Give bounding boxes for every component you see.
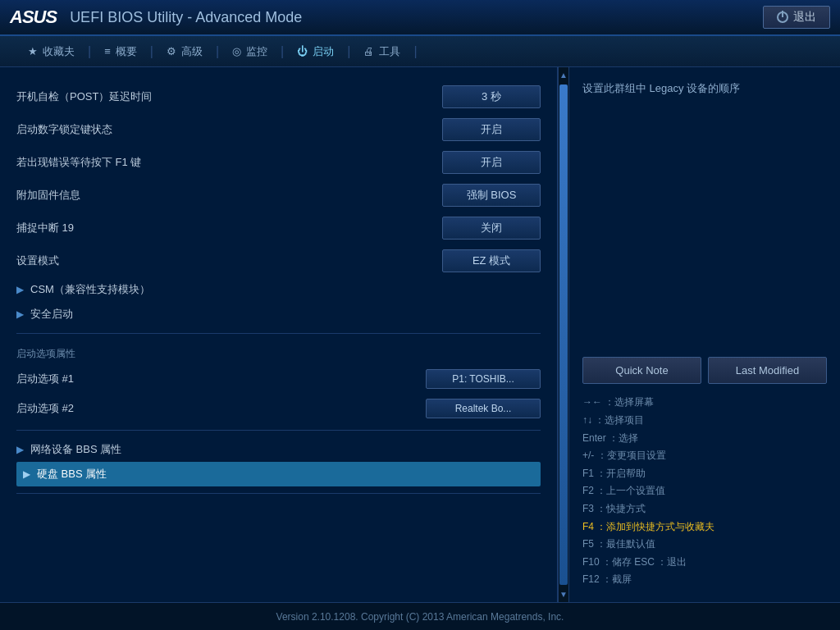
nav-label-overview: 概要 <box>116 44 137 59</box>
hint-f5: F5 ：最佳默认值 <box>582 536 827 554</box>
value-post-delay[interactable]: 3 秒 <box>442 85 541 108</box>
last-modified-button[interactable]: Last Modified <box>708 357 827 384</box>
setting-row-numlock: 启动数字锁定键状态 开启 <box>16 113 541 146</box>
right-panel: 设置此群组中 Legacy 设备的顺序 Quick Note Last Modi… <box>569 67 840 602</box>
label-csm: CSM（兼容性支持模块） <box>30 282 150 297</box>
hint-key-plusminus: +/- ：变更项目设置 <box>582 450 666 461</box>
nav-item-tools[interactable]: 🖨 工具 <box>352 36 412 66</box>
nav-item-advanced[interactable]: ⚙ 高级 <box>155 36 214 66</box>
label-f1-wait: 若出现错误等待按下 F1 键 <box>16 155 442 170</box>
setting-row-firmware-info: 附加固件信息 强制 BIOS <box>16 179 541 212</box>
nav-item-monitor[interactable]: ◎ 监控 <box>221 36 279 66</box>
gear-icon: ⚙ <box>167 45 176 57</box>
keyboard-hints: →← ：选择屏幕 ↑↓ ：选择项目 Enter ：选择 +/- ：变更项目设置 … <box>582 394 827 589</box>
hint-enter: Enter ：选择 <box>582 430 827 448</box>
sub-item-secure-boot[interactable]: ▶ 安全启动 <box>16 302 541 326</box>
nav-sep-4: | <box>279 44 285 59</box>
power-icon <box>777 11 788 23</box>
label-numlock: 启动数字锁定键状态 <box>16 122 442 137</box>
label-hdd-bbs: 硬盘 BBS 属性 <box>37 467 107 482</box>
hint-f12: F12 ：截屏 <box>582 571 827 589</box>
value-boot2[interactable]: Realtek Bo... <box>426 399 541 418</box>
boot-options-title: 启动选项属性 <box>16 340 541 364</box>
value-firmware-info[interactable]: 强制 BIOS <box>442 184 541 207</box>
setting-row-f1-wait: 若出现错误等待按下 F1 键 开启 <box>16 146 541 179</box>
setting-row-boot1: 启动选项 #1 P1: TOSHIB... <box>16 364 541 394</box>
hint-updown: ↑↓ ：选择项目 <box>582 412 827 430</box>
scrollbar[interactable]: ▲ ▼ <box>558 67 569 602</box>
nav-label-monitor: 监控 <box>246 44 267 59</box>
label-int19: 捕捉中断 19 <box>16 221 442 235</box>
star-icon: ★ <box>28 45 38 57</box>
quick-note-row: Quick Note Last Modified <box>582 357 827 384</box>
hint-arrows: →← ：选择屏幕 <box>582 394 827 412</box>
hint-key-arrows: →← ：选择屏幕 <box>582 396 654 408</box>
hint-key-f4: F4 ：添加到快捷方式与收藏夫 <box>582 521 714 532</box>
hint-f3: F3 ：快捷方式 <box>582 500 827 518</box>
label-post-delay: 开机自检（POST）延迟时间 <box>16 89 442 104</box>
main-content: 开机自检（POST）延迟时间 3 秒 启动数字锁定键状态 开启 若出现错误等待按… <box>0 67 840 602</box>
right-panel-description: 设置此群组中 Legacy 设备的顺序 <box>582 80 827 98</box>
value-boot1[interactable]: P1: TOSHIB... <box>426 369 541 389</box>
hint-key-enter: Enter ：选择 <box>582 432 638 444</box>
footer-text: Version 2.10.1208. Copyright (C) 2013 Am… <box>276 611 564 623</box>
label-network-bbs: 网络设备 BBS 属性 <box>30 442 121 457</box>
value-int19[interactable]: 关闭 <box>442 217 541 240</box>
label-boot2: 启动选项 #2 <box>16 401 426 416</box>
label-firmware-info: 附加固件信息 <box>16 188 442 203</box>
nav-sep-3: | <box>214 44 221 59</box>
scroll-down-arrow[interactable]: ▼ <box>559 587 568 602</box>
header: ASUS UEFI BIOS Utility - Advanced Mode 退… <box>0 0 840 36</box>
sub-item-hdd-bbs[interactable]: ▶ 硬盘 BBS 属性 <box>16 462 541 486</box>
nav-sep-5: | <box>345 44 352 59</box>
hint-key-f5: F5 ：最佳默认值 <box>582 538 655 550</box>
tools-icon: 🖨 <box>363 45 374 57</box>
hint-key-f12: F12 ：截屏 <box>582 573 632 585</box>
hint-key-updown: ↑↓ ：选择项目 <box>582 414 644 426</box>
nav-label-boot: 启动 <box>313 44 334 59</box>
hint-key-f3: F3 ：快捷方式 <box>582 503 646 514</box>
nav-label-favorites: 收藏夫 <box>43 44 75 59</box>
value-mode[interactable]: EZ 模式 <box>442 249 541 272</box>
arrow-icon-csm: ▶ <box>16 284 24 295</box>
hint-f10: F10 ：储存 ESC ：退出 <box>582 554 827 572</box>
setting-row-mode: 设置模式 EZ 模式 <box>16 244 541 277</box>
scroll-thumb[interactable] <box>559 84 568 585</box>
quick-note-button[interactable]: Quick Note <box>582 357 701 384</box>
sub-item-network-bbs[interactable]: ▶ 网络设备 BBS 属性 <box>16 437 541 462</box>
value-numlock[interactable]: 开启 <box>442 118 541 141</box>
nav-item-favorites[interactable]: ★ 收藏夫 <box>16 36 86 66</box>
divider-1 <box>16 333 541 334</box>
exit-button[interactable]: 退出 <box>763 6 830 29</box>
nav-label-tools: 工具 <box>379 44 400 59</box>
divider-3 <box>16 493 541 494</box>
setting-row-boot2: 启动选项 #2 Realtek Bo... <box>16 394 541 423</box>
nav-sep-2: | <box>148 44 155 59</box>
exit-label: 退出 <box>793 10 816 25</box>
label-mode: 设置模式 <box>16 253 442 268</box>
hint-f1: F1 ：开启帮助 <box>582 465 827 483</box>
arrow-icon-hdd-bbs: ▶ <box>23 468 30 480</box>
nav-item-boot[interactable]: ⏻ 启动 <box>285 36 345 66</box>
label-boot1: 启动选项 #1 <box>16 372 426 386</box>
arrow-icon-secure-boot: ▶ <box>16 308 24 320</box>
hint-f2: F2 ：上一个设置值 <box>582 482 827 500</box>
sub-item-csm[interactable]: ▶ CSM（兼容性支持模块） <box>16 277 541 302</box>
nav-item-overview[interactable]: ≡ 概要 <box>93 36 148 66</box>
nav-bar: ★ 收藏夫 | ≡ 概要 | ⚙ 高级 | ◎ 监控 | ⏻ 启动 | 🖨 工具… <box>0 36 840 67</box>
hint-key-f10: F10 ：储存 ESC ：退出 <box>582 556 687 568</box>
app-title: UEFI BIOS Utility - Advanced Mode <box>70 9 302 26</box>
hint-key-f1: F1 ：开启帮助 <box>582 468 646 479</box>
scroll-up-arrow[interactable]: ▲ <box>559 67 568 83</box>
left-panel: 开机自检（POST）延迟时间 3 秒 启动数字锁定键状态 开启 若出现错误等待按… <box>0 67 558 602</box>
asus-logo: ASUS <box>10 7 57 28</box>
asus-brand: ASUS <box>10 7 57 28</box>
arrow-icon-network-bbs: ▶ <box>16 444 24 455</box>
value-f1-wait[interactable]: 开启 <box>442 151 541 174</box>
hint-key-f2: F2 ：上一个设置值 <box>582 485 665 496</box>
setting-row-int19: 捕捉中断 19 关闭 <box>16 212 541 244</box>
hint-plusminus: +/- ：变更项目设置 <box>582 447 827 465</box>
monitor-icon: ◎ <box>232 45 241 57</box>
setting-row-post-delay: 开机自检（POST）延迟时间 3 秒 <box>16 80 541 113</box>
list-icon: ≡ <box>104 45 111 57</box>
